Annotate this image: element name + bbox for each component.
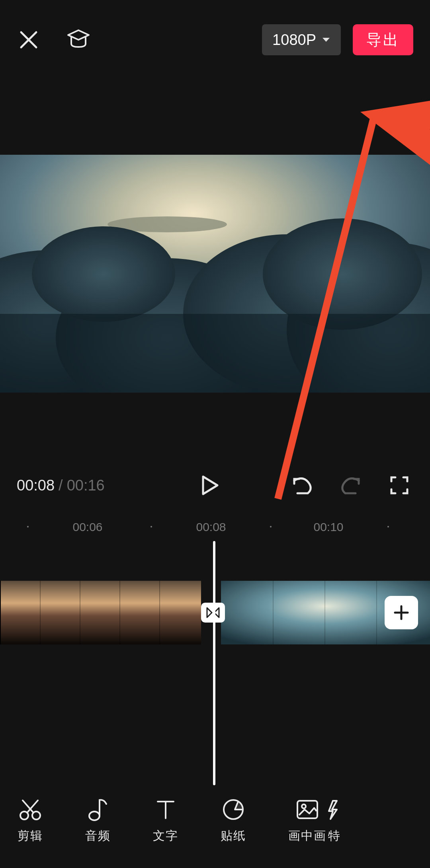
video-preview[interactable]: [0, 155, 430, 393]
pip-icon: [295, 797, 320, 822]
time-total: 00:16: [67, 477, 105, 494]
effects-icon: [328, 797, 340, 822]
svg-rect-24: [297, 801, 317, 818]
tool-label: 音频: [85, 828, 111, 844]
ruler-tick: [270, 526, 272, 527]
svg-point-22: [89, 812, 100, 820]
svg-rect-10: [0, 581, 1, 644]
resolution-label: 1080P: [272, 31, 316, 49]
tool-effects-partial[interactable]: 特: [328, 797, 340, 844]
top-bar: 1080P 导出: [0, 0, 430, 80]
ruler-tick: [150, 526, 152, 527]
time-ruler[interactable]: 00:06 00:08 00:10: [0, 516, 430, 536]
scissors-icon: [18, 797, 43, 822]
resolution-dropdown[interactable]: 1080P: [262, 24, 341, 55]
tool-label: 剪辑: [18, 828, 43, 844]
ruler-label: 00:06: [72, 520, 102, 534]
clip-1[interactable]: [0, 581, 201, 644]
svg-rect-14: [159, 581, 160, 644]
redo-button[interactable]: [337, 471, 365, 499]
svg-point-25: [302, 804, 306, 808]
ruler-label: 00:08: [196, 520, 226, 534]
tool-edit[interactable]: 剪辑: [18, 797, 43, 844]
chevron-down-icon: [322, 36, 330, 43]
svg-rect-17: [324, 581, 325, 644]
bottom-toolbar: 剪辑 音频 文字 贴纸 画中画: [0, 773, 430, 868]
time-current: 00:08: [17, 477, 55, 494]
svg-point-6: [32, 226, 175, 322]
fullscreen-button[interactable]: [385, 471, 413, 499]
ruler-label: 00:10: [313, 520, 343, 534]
svg-rect-18: [376, 581, 377, 644]
music-note-icon: [85, 797, 111, 822]
ruler-tick: [387, 526, 389, 527]
svg-rect-8: [0, 314, 430, 393]
svg-point-7: [263, 218, 422, 330]
svg-rect-13: [119, 581, 120, 644]
ruler-tick: [27, 526, 29, 527]
close-button[interactable]: [17, 28, 41, 52]
time-separator: /: [59, 477, 63, 494]
play-button[interactable]: [196, 471, 224, 499]
export-button[interactable]: 导出: [353, 24, 413, 55]
tool-label: 特: [328, 828, 340, 844]
add-clip-button[interactable]: [385, 596, 418, 629]
tool-label: 贴纸: [221, 828, 246, 844]
tool-sticker[interactable]: 贴纸: [221, 797, 246, 844]
svg-rect-9: [0, 581, 201, 644]
text-icon: [153, 797, 178, 822]
undo-button[interactable]: [288, 471, 316, 499]
tool-pip[interactable]: 画中画: [288, 797, 326, 844]
svg-rect-16: [273, 581, 274, 644]
tool-text[interactable]: 文字: [153, 797, 178, 844]
tutorial-button[interactable]: [64, 26, 92, 54]
sticker-icon: [221, 797, 246, 822]
svg-rect-12: [80, 581, 80, 644]
export-label: 导出: [366, 30, 400, 50]
plus-icon: [393, 604, 410, 621]
tool-label: 文字: [153, 828, 178, 844]
playhead[interactable]: [213, 541, 215, 785]
svg-rect-11: [40, 581, 41, 644]
tool-label: 画中画: [288, 828, 326, 844]
playback-controls: 00:08 / 00:16: [0, 469, 430, 501]
tool-audio[interactable]: 音频: [85, 797, 111, 844]
preview-frame: [0, 155, 430, 393]
